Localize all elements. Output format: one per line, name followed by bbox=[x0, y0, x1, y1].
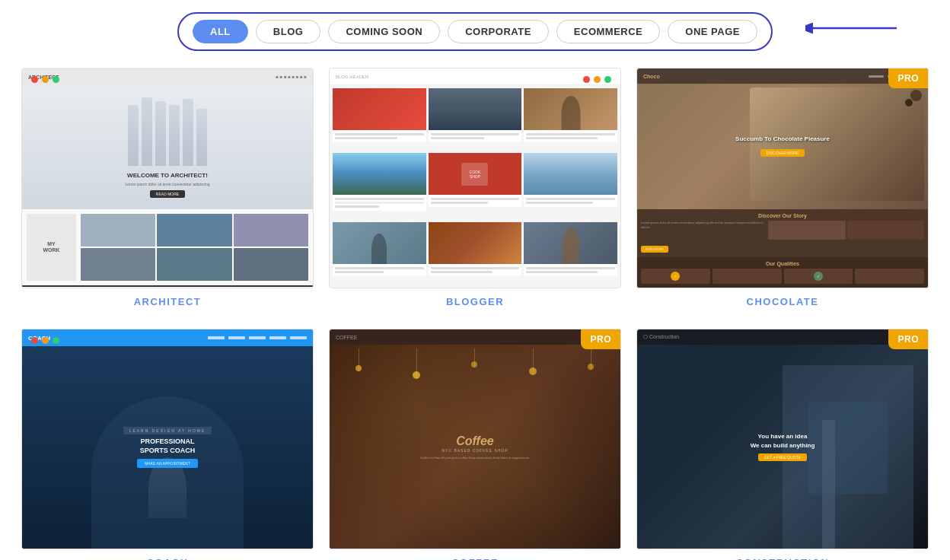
coffee-header-name: COFFEE bbox=[336, 335, 357, 340]
dot-orange bbox=[42, 76, 49, 83]
theme-preview-blogger: BLOG HEADER bbox=[329, 68, 621, 288]
theme-preview-architect: ARCHITECT ■ ■ ■ ■ ■ ■ ■ ■ WELCOME TO ARC… bbox=[21, 68, 314, 288]
coffee-title: Coffee bbox=[456, 434, 494, 448]
theme-preview-chocolate: PRO Choco Succumb To Chocolate Pleasure … bbox=[636, 68, 929, 288]
dot-green-coach bbox=[53, 337, 59, 344]
pro-badge-chocolate: PRO bbox=[888, 68, 928, 88]
const-logo: ⬡ Construction bbox=[643, 334, 679, 340]
const-hero: You have an ideaWe can build anything GE… bbox=[637, 345, 928, 549]
traffic-lights-architect bbox=[31, 76, 59, 83]
theme-card-architect[interactable]: ARCHITECT ■ ■ ■ ■ ■ ■ ■ ■ WELCOME TO ARC… bbox=[21, 68, 314, 307]
blog-cell-9 bbox=[524, 222, 617, 285]
choc-qualities-title: Our Qualities bbox=[641, 261, 924, 266]
dot-orange-blogger bbox=[594, 76, 601, 83]
arch-pillars bbox=[128, 97, 207, 166]
arch-footer-line bbox=[22, 285, 313, 288]
theme-preview-coffee: PRO COFFEE ━ ━ ━ bbox=[329, 329, 621, 549]
choc-story-title: Discover Our Story bbox=[641, 213, 924, 218]
filter-btn-corporate[interactable]: CORPORATE bbox=[448, 20, 549, 43]
traffic-lights-blogger bbox=[583, 76, 611, 83]
blog-header: BLOG HEADER bbox=[330, 68, 620, 85]
dot-red bbox=[31, 76, 38, 83]
theme-card-chocolate[interactable]: PRO Choco Succumb To Chocolate Pleasure … bbox=[636, 68, 929, 307]
arch-hero-sub: Lorem ipsum dolor sit amet consectetur a… bbox=[56, 182, 279, 186]
coffee-hanging-lights bbox=[330, 345, 620, 379]
pro-badge-construction: PRO bbox=[888, 329, 928, 349]
choc-qualities: Our Qualities ✓ ✓ bbox=[637, 257, 928, 288]
theme-card-blogger[interactable]: BLOG HEADER bbox=[329, 68, 621, 307]
pro-badge-coffee: PRO bbox=[581, 329, 620, 349]
arch-hero: WELCOME TO ARCHITECT! Lorem ipsum dolor … bbox=[22, 85, 313, 209]
theme-title-blogger: BLOGGER bbox=[446, 296, 504, 307]
arch-portfolio-grid bbox=[81, 214, 308, 281]
dot-green bbox=[53, 76, 59, 83]
dot-green-blogger bbox=[604, 76, 611, 83]
dot-red-coach bbox=[31, 337, 38, 344]
arch-bottom: MYWORK bbox=[22, 209, 313, 285]
blog-cell-8 bbox=[429, 222, 522, 285]
arch-hero-title: WELCOME TO ARCHITECT! bbox=[127, 172, 208, 179]
filter-bar-wrapper: ALL BLOG COMING SOON CORPORATE ECOMMERCE… bbox=[0, 0, 950, 60]
blog-cell-7 bbox=[333, 222, 426, 285]
choc-story-btn: OUR STORY bbox=[641, 246, 668, 253]
arrow-annotation bbox=[805, 17, 904, 43]
filter-bar: ALL BLOG COMING SOON CORPORATE ECOMMERCE… bbox=[177, 12, 773, 51]
theme-preview-construction: PRO ⬡ Construction ━━━ You have an ideaW… bbox=[636, 329, 929, 549]
coach-header: COACH bbox=[22, 329, 313, 346]
const-cta-btn: GET A FREE QUOTE bbox=[758, 453, 807, 461]
coach-silhouette bbox=[91, 396, 244, 549]
coach-nav bbox=[208, 336, 307, 339]
theme-title-chocolate: CHOCOLATE bbox=[747, 296, 819, 307]
theme-title-coach: COACH bbox=[146, 557, 188, 560]
choc-hero-btn: DISCOVER MORE bbox=[760, 149, 805, 157]
arch-header: ARCHITECT ■ ■ ■ ■ ■ ■ ■ ■ bbox=[22, 68, 313, 85]
theme-card-construction[interactable]: PRO ⬡ Construction ━━━ You have an ideaW… bbox=[636, 329, 929, 560]
theme-preview-coach: COACH LEARN DESIGN AT HOME PROFESSIONALS… bbox=[21, 329, 314, 549]
coffee-hero: Coffee NYC BASED COFFEE SHOP Coffee Ltd … bbox=[330, 345, 620, 549]
coach-title: PROFESSIONALSPORTS COACH bbox=[140, 438, 196, 455]
coach-cta-btn: MAKE AN APPOINTMENT bbox=[137, 459, 197, 468]
const-header: ⬡ Construction ━━━ bbox=[637, 329, 928, 345]
filter-btn-all[interactable]: ALL bbox=[193, 20, 248, 43]
choc-hero: Succumb To Chocolate Pleasure DISCOVER M… bbox=[637, 84, 928, 209]
coffee-header: COFFEE ━ ━ ━ bbox=[330, 329, 620, 345]
coffee-desc: Coffee Ltd has all your go-to coffee sho… bbox=[387, 456, 562, 460]
arch-mywork: MYWORK bbox=[27, 214, 76, 281]
theme-title-construction: CONSTRUCTION bbox=[736, 557, 830, 560]
choc-story: Discover Our Story Lorem ipsum dolor sit… bbox=[637, 209, 928, 257]
blog-cell-5: COOKSHOP bbox=[429, 153, 522, 219]
dot-red-blogger bbox=[583, 76, 590, 83]
filter-btn-blog[interactable]: BLOG bbox=[256, 20, 321, 43]
coffee-subtitle: NYC BASED COFFEE SHOP bbox=[442, 448, 508, 453]
theme-card-coach[interactable]: COACH LEARN DESIGN AT HOME PROFESSIONALS… bbox=[21, 329, 314, 560]
theme-title-coffee: COFFEE bbox=[451, 557, 499, 560]
coach-tagline: LEARN DESIGN AT HOME bbox=[123, 427, 212, 434]
coach-hero: LEARN DESIGN AT HOME PROFESSIONALSPORTS … bbox=[22, 346, 313, 549]
traffic-lights-coach bbox=[31, 337, 59, 344]
blog-cell-3 bbox=[524, 88, 617, 151]
blog-grid: COOKSHOP bbox=[330, 85, 620, 288]
const-title: You have an ideaWe can build anything bbox=[751, 432, 815, 449]
blog-cell-6 bbox=[524, 153, 617, 219]
theme-grid: ARCHITECT ■ ■ ■ ■ ■ ■ ■ ■ WELCOME TO ARC… bbox=[0, 60, 950, 560]
filter-btn-one-page[interactable]: ONE PAGE bbox=[668, 20, 757, 43]
filter-btn-ecommerce[interactable]: ECOMMERCE bbox=[556, 20, 660, 43]
blog-cell-4 bbox=[333, 153, 426, 219]
theme-title-architect: ARCHITECT bbox=[134, 296, 202, 307]
filter-btn-coming-soon[interactable]: COMING SOON bbox=[328, 20, 440, 43]
choc-hero-title: Succumb To Chocolate Pleasure bbox=[735, 135, 830, 143]
choc-nav: Choco bbox=[637, 68, 928, 84]
dot-orange-coach bbox=[42, 337, 49, 344]
theme-card-coffee[interactable]: PRO COFFEE ━ ━ ━ bbox=[329, 329, 621, 560]
arch-cta-btn: READ MORE bbox=[150, 190, 185, 198]
blog-cell-1 bbox=[333, 88, 426, 151]
blog-cell-2 bbox=[429, 88, 522, 151]
